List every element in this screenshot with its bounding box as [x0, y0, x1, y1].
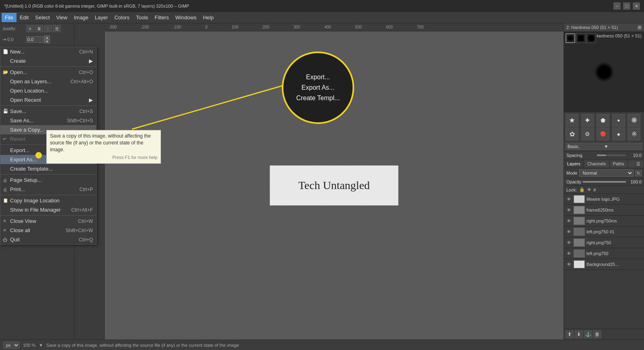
menu-layer[interactable]: Layer [92, 13, 111, 22]
justify-buttons: ≡ ≣ ⋮ ☰ [26, 25, 61, 32]
indent-input[interactable] [26, 36, 44, 43]
brush-cell[interactable]: ✦ [581, 114, 594, 127]
zoom-dropdown-icon[interactable]: ▼ [39, 343, 43, 348]
lock-alpha-icon[interactable]: # [593, 187, 596, 192]
menu-colors[interactable]: Colors [111, 13, 133, 22]
menu-save[interactable]: 💾 Save... Ctrl+S [0, 107, 96, 116]
layers-menu-btn[interactable]: ☰ [633, 160, 644, 168]
maximize-button[interactable]: □ [623, 2, 630, 10]
menu-close-view[interactable]: ✕ Close View Ctrl+W [0, 216, 96, 226]
menu-show-in-file-manager[interactable]: Show in File Manager Ctrl+Alt+F [0, 205, 96, 214]
indent-up[interactable]: ▲ [44, 35, 50, 39]
brush-preview-image [594, 62, 614, 82]
lock-pixels-icon[interactable]: 🔒 [579, 187, 585, 192]
panel-expand-icon[interactable]: ⊞ [638, 25, 642, 30]
layer-anchor-btn[interactable]: ⚓ [584, 330, 592, 338]
justify-fill-btn[interactable]: ☰ [53, 25, 61, 32]
layer-eye-6[interactable]: 👁 [566, 261, 572, 268]
close-view-icon: ✕ [3, 218, 6, 224]
open-recent-arrow: ▶ [89, 97, 93, 103]
brush-hardness-label: 2: Hardness 050 (51 × 51) [590, 33, 642, 38]
menu-create-template[interactable]: Create Template... [0, 164, 96, 173]
indent-down[interactable]: ▼ [44, 39, 50, 43]
layer-thumb-4 [574, 239, 585, 247]
layer-name-5: left.png750 [586, 251, 642, 256]
indent-label: ⇥ 0.0 [2, 37, 25, 42]
brush-cell[interactable]: ● [612, 114, 625, 127]
brush-cell[interactable]: ◆ [612, 128, 625, 140]
save-icon: 💾 [3, 109, 8, 114]
menu-quit[interactable]: ⏻ Quit Ctrl+Q [0, 235, 96, 244]
layer-eye-0[interactable]: 👁 [566, 196, 572, 202]
menu-view[interactable]: View [53, 13, 71, 22]
opacity-slider[interactable] [583, 181, 626, 183]
layer-item-2[interactable]: 👁 right.png750ms [564, 216, 644, 226]
layer-thumb-5 [574, 249, 585, 257]
menu-page-setup[interactable]: 🖨 Page Setup... [0, 175, 96, 185]
layer-item-4[interactable]: 👁 right.png750 [564, 237, 644, 248]
menu-tools[interactable]: Tools [133, 13, 151, 22]
justify-left-btn[interactable]: ≡ [26, 25, 34, 32]
menu-open-location[interactable]: Open Location... [0, 86, 96, 95]
layer-item-3[interactable]: 👁 left.png750 #1 [564, 226, 644, 237]
menu-close-all[interactable]: ✕ Close all Shift+Ctrl+W [0, 226, 96, 235]
lock-position-icon[interactable]: ✛ [587, 187, 591, 192]
layer-thumb-2 [574, 217, 585, 225]
menu-save-as[interactable]: Save As... Shift+Ctrl+S [0, 116, 96, 125]
layer-item-6[interactable]: 👁 Background25... [564, 259, 644, 270]
layer-new-btn[interactable]: ⬆ [566, 330, 574, 338]
brush-cell[interactable]: ★ [566, 114, 578, 127]
menu-windows[interactable]: Windows [172, 13, 200, 22]
brush-cell[interactable]: ⬟ [597, 114, 609, 127]
menu-help[interactable]: Help [200, 13, 217, 22]
close-button[interactable]: ✕ [633, 2, 640, 10]
menu-image[interactable]: Image [70, 13, 91, 22]
layer-delete-btn[interactable]: 🗑 [593, 330, 601, 338]
brush-grid: ★ ✦ ⬟ ● ❋ ✿ ⚙ 🔴 ◆ ※ [564, 112, 644, 142]
opacity-label: Opacity [566, 179, 581, 184]
mode-extra-btn[interactable]: ↻ [635, 170, 642, 176]
tab-channels[interactable]: Channels [584, 160, 609, 168]
layers-list: 👁 lifewire logo.JPG 👁 frame6250ms 👁 righ… [564, 194, 644, 329]
menu-copy-image-location[interactable]: 📋 Copy Image Location [0, 196, 96, 205]
menu-open[interactable]: 📂 Open... Ctrl+O [0, 68, 96, 77]
menu-open-as-layers[interactable]: Open as Layers... Ctrl+Alt+O [0, 77, 96, 86]
menu-print[interactable]: 🖨 Print... Ctrl+P [0, 185, 96, 194]
layer-item-1[interactable]: 👁 frame6250ms [564, 205, 644, 216]
separator-2 [0, 105, 96, 106]
layer-item-5[interactable]: 👁 left.png750 [564, 248, 644, 259]
layer-eye-4[interactable]: 👁 [566, 239, 572, 246]
menu-edit[interactable]: Edit [17, 13, 32, 22]
menu-create[interactable]: Create ▶ [0, 56, 96, 66]
layer-eye-2[interactable]: 👁 [566, 218, 572, 224]
mode-select[interactable]: Normal [579, 169, 634, 177]
justify-right-btn[interactable]: ⋮ [44, 25, 52, 32]
spacing-slider[interactable] [597, 154, 626, 156]
brush-cell[interactable]: ✿ [566, 128, 578, 140]
menu-open-recent[interactable]: Open Recent ▶ [0, 95, 96, 105]
brush-cell[interactable]: 🔴 [597, 128, 609, 140]
layer-eye-1[interactable]: 👁 [566, 207, 572, 213]
layer-duplicate-btn[interactable]: ⬇ [575, 330, 583, 338]
layer-eye-3[interactable]: 👁 [566, 229, 572, 235]
minimize-button[interactable]: − [613, 2, 621, 10]
tab-layers[interactable]: Layers [564, 160, 584, 168]
brush-cell[interactable]: ⚙ [581, 128, 594, 140]
mode-row: Mode Normal ↻ [564, 168, 644, 178]
basic-dropdown[interactable]: Basic, ▼ [566, 143, 642, 150]
brush-cell[interactable]: ※ [627, 128, 640, 140]
menu-file[interactable]: File [2, 13, 17, 22]
layer-eye-5[interactable]: 👁 [566, 250, 572, 257]
unit-select[interactable]: px in cm [3, 342, 20, 349]
menu-select[interactable]: Select [32, 13, 53, 22]
open-icon: 📂 [3, 70, 8, 75]
layer-item-0[interactable]: 👁 lifewire logo.JPG [564, 194, 644, 205]
brush-cell[interactable]: ❋ [627, 114, 640, 127]
tab-paths[interactable]: Paths [610, 160, 628, 168]
layer-name-4: right.png750 [586, 240, 642, 245]
separator-6 [0, 215, 96, 216]
justify-row: Justify: ≡ ≣ ⋮ ☰ [2, 25, 72, 32]
justify-center-btn[interactable]: ≣ [35, 25, 43, 32]
menu-filters[interactable]: Filters [151, 13, 172, 22]
menu-new[interactable]: 📄 New... Ctrl+N [0, 47, 96, 56]
